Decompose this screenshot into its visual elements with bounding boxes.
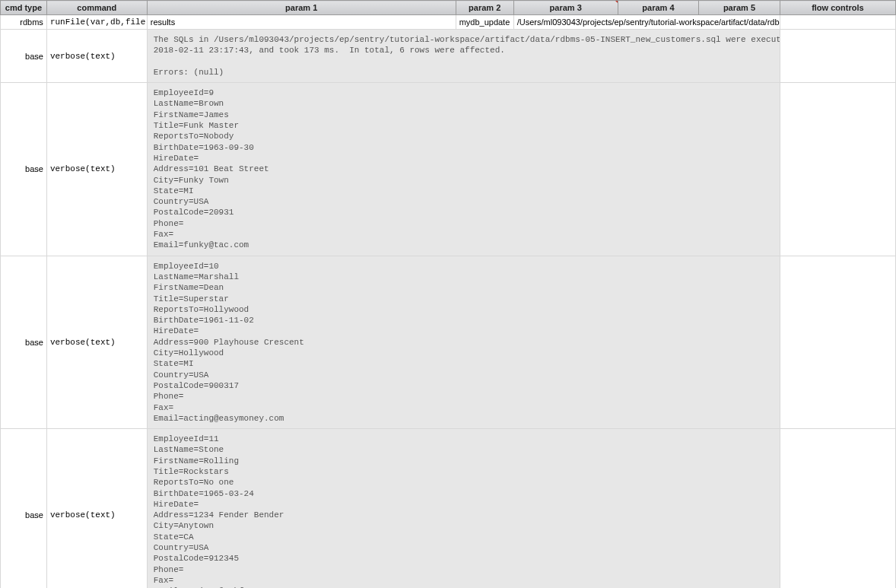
cell-flow[interactable] (780, 429, 895, 588)
cell-command[interactable]: verbose(text) (46, 30, 147, 83)
header-row: cmd type command param 1 param 2 param 3… (1, 1, 896, 15)
table-row[interactable]: baseverbose(text)The SQLs in /Users/ml09… (1, 30, 896, 83)
cell-verbose-output[interactable]: EmployeeId=11 LastName=Stone FirstName=R… (147, 429, 780, 588)
cell-cmdtype[interactable]: base (1, 429, 47, 588)
cell-flow[interactable] (780, 15, 895, 30)
cell-cmdtype[interactable]: base (1, 83, 47, 256)
header-param5[interactable]: param 5 (699, 1, 780, 15)
cell-cmdtype[interactable]: base (1, 30, 47, 83)
table-row[interactable]: baseverbose(text)EmployeeId=10 LastName=… (1, 256, 896, 428)
header-flow[interactable]: flow controls (780, 1, 895, 15)
cell-cmdtype[interactable]: rdbms (1, 15, 47, 30)
cell-command[interactable]: verbose(text) (46, 429, 147, 588)
table-row[interactable]: rdbmsrunFile(var,db,file)resultsmydb_upd… (1, 15, 896, 30)
cell-param3[interactable]: /Users/ml093043/projects/ep/sentry/tutor… (513, 15, 780, 30)
header-param1[interactable]: param 1 (147, 1, 456, 15)
cell-verbose-output[interactable]: EmployeeId=9 LastName=Brown FirstName=Ja… (147, 83, 780, 256)
header-param2[interactable]: param 2 (456, 1, 513, 15)
cell-flow[interactable] (780, 83, 895, 256)
header-command[interactable]: command (46, 1, 147, 15)
cell-flow[interactable] (780, 256, 895, 428)
cell-verbose-output[interactable]: EmployeeId=10 LastName=Marshall FirstNam… (147, 256, 780, 428)
cell-flow[interactable] (780, 30, 895, 83)
header-param4[interactable]: param 4 (618, 1, 699, 15)
cell-cmdtype[interactable]: base (1, 256, 47, 428)
cell-param1[interactable]: results (147, 15, 456, 30)
cell-command[interactable]: runFile(var,db,file) (46, 15, 147, 30)
cell-param2[interactable]: mydb_update (456, 15, 513, 30)
table-row[interactable]: baseverbose(text)EmployeeId=11 LastName=… (1, 429, 896, 588)
header-param3[interactable]: param 3 (513, 1, 618, 15)
command-grid: cmd type command param 1 param 2 param 3… (0, 0, 896, 588)
table-row[interactable]: baseverbose(text)EmployeeId=9 LastName=B… (1, 83, 896, 256)
cell-command[interactable]: verbose(text) (46, 83, 147, 256)
header-cmdtype[interactable]: cmd type (1, 1, 47, 15)
cell-command[interactable]: verbose(text) (46, 256, 147, 428)
cell-verbose-output[interactable]: The SQLs in /Users/ml093043/projects/ep/… (147, 30, 780, 83)
